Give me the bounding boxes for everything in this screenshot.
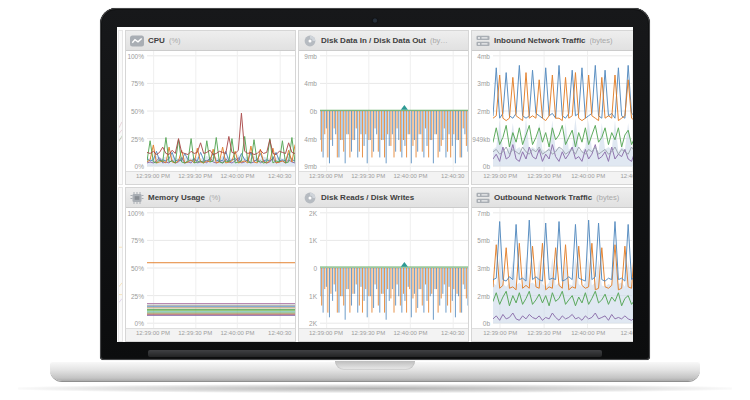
y-axis-labels: 7mb5mb3mb2mb0b [472,208,493,328]
y-tick-label: 100% [127,209,144,216]
x-axis-labels: 12:39:00 PM12:39:30 PM12:40:00 PM12:40:3… [299,171,468,184]
y-tick-label: 75% [131,80,144,87]
x-axis-labels: 12:39:00 PM12:39:30 PM12:40:00 PM12:40:3… [126,328,295,341]
x-tick-label: 12:39:00 PM [136,330,170,336]
laptop-base-notch [335,361,415,370]
y-tick-label: 7mb [477,209,490,216]
y-tick-label: 0 [313,265,317,272]
y-tick-label: 75% [131,237,144,244]
chart-header: Outbound Network Traffic (bytes) [472,188,633,208]
x-tick-label: 12:39:00 PM [309,173,343,179]
y-tick-label: 1K [309,292,317,299]
disk-icon [303,192,317,204]
laptop-shadow [18,384,732,393]
chart-panel-outbound[interactable]: Outbound Network Traffic (bytes) 7mb5mb3… [471,187,633,342]
clipped-chart-sliver [118,187,123,342]
chart-plot[interactable] [320,51,468,171]
x-tick-label: 12:39:30 PM [351,330,385,336]
chart-panel-disk-rw[interactable]: Disk Reads / Disk Writes 2K1K01K2K 12:39… [298,187,469,342]
y-tick-label: 50% [131,265,144,272]
x-tick-label: 12:40:30 [268,330,291,336]
y-axis-labels: 9mb4mb0b4mb9mb [299,51,320,171]
y-tick-label: 5mb [477,237,490,244]
chart-unit: (%) [169,36,291,45]
x-tick-label: 12:40:00 PM [394,330,428,336]
monitoring-dashboard: CPU (%) 100%75%50%25%0% 12:39:00 PM12:39… [117,27,633,342]
y-tick-label: 2mb [477,108,490,115]
y-tick-label: 25% [131,292,144,299]
y-tick-label: 50% [131,108,144,115]
y-tick-label: 100% [127,52,144,59]
chart-panel-memory[interactable]: Memory Usage (%) 100%75%50%25%0% 12:39:0… [125,187,296,342]
y-tick-label: 2K [309,320,317,327]
x-tick-label: 12:39:00 PM [483,173,517,179]
disk-icon [303,35,317,47]
chart-panel-inbound[interactable]: Inbound Network Traffic (bytes) 4mb3mb2m… [471,30,633,185]
y-tick-label: 25% [131,135,144,142]
chart-title: Inbound Network Traffic [494,36,586,45]
y-tick-label: 0% [135,320,144,327]
x-tick-label: 12:39:30 PM [527,330,561,336]
y-axis-labels: 100%75%50%25%0% [126,208,147,328]
y-tick-label: 0% [135,163,144,170]
memory-icon [130,192,144,204]
dashboard-row-top: CPU (%) 100%75%50%25%0% 12:39:00 PM12:39… [118,30,633,185]
plot-area: 100%75%50%25%0% [126,51,295,171]
laptop-screen-bezel: CPU (%) 100%75%50%25%0% 12:39:00 PM12:39… [100,8,650,360]
dashboard-row-bottom: Memory Usage (%) 100%75%50%25%0% 12:39:0… [118,187,633,342]
chart-title: Disk Reads / Disk Writes [321,193,414,202]
x-tick-label: 12:40:30 [268,173,291,179]
annotation-marker [401,105,408,110]
y-tick-label: 4mb [304,80,317,87]
y-tick-label: 3mb [477,80,490,87]
x-tick-label: 12:40:30 [620,173,633,179]
plot-area: 7mb5mb3mb2mb0b [472,208,633,328]
laptop-hinge [148,350,602,357]
y-tick-label: 4mb [477,52,490,59]
chart-panel-cpu[interactable]: CPU (%) 100%75%50%25%0% 12:39:00 PM12:39… [125,30,296,185]
x-tick-label: 12:40:30 [441,330,464,336]
y-tick-label: 2mb [477,292,490,299]
chart-plot[interactable] [147,51,295,171]
y-axis-labels: 2K1K01K2K [299,208,320,328]
x-tick-label: 12:39:30 PM [178,173,212,179]
chart-title: Disk Data In / Disk Data Out [321,36,426,45]
clipped-chart-sliver [118,30,123,185]
x-tick-label: 12:40:00 PM [394,173,428,179]
plot-area: 100%75%50%25%0% [126,208,295,328]
chart-panel-disk-data[interactable]: Disk Data In / Disk Data Out (by… 9mb4mb… [298,30,469,185]
chart-title: Outbound Network Traffic [494,193,592,202]
y-tick-label: 0b [483,320,490,327]
y-tick-label: 2K [309,209,317,216]
chart-plot[interactable] [493,208,633,328]
chart-header: Disk Reads / Disk Writes [299,188,468,208]
y-tick-label: 0b [483,163,490,170]
annotation-marker [401,262,408,267]
x-tick-label: 12:40:00 PM [221,173,255,179]
x-tick-label: 12:40:00 PM [571,330,605,336]
chart-unit: (bytes) [596,193,633,202]
network-icon [476,192,490,204]
x-tick-label: 12:40:00 PM [221,330,255,336]
chart-plot[interactable] [147,208,295,328]
x-tick-label: 12:40:30 [441,173,464,179]
chart-header: Memory Usage (%) [126,188,295,208]
y-tick-label: 0b [310,108,317,115]
laptop-mockup: CPU (%) 100%75%50%25%0% 12:39:00 PM12:39… [0,0,750,400]
chart-unit: (by… [430,36,464,45]
y-tick-label: 1K [309,237,317,244]
chart-plot[interactable] [493,51,633,171]
chart-plot[interactable] [320,208,468,328]
x-tick-label: 12:39:00 PM [136,173,170,179]
x-tick-label: 12:40:30 [620,330,633,336]
x-tick-label: 12:39:00 PM [309,330,343,336]
x-axis-labels: 12:39:00 PM12:39:30 PM12:40:00 PM12:40:3… [299,328,468,341]
plot-area: 4mb3mb2mb949kb0b [472,51,633,171]
chart-header: Inbound Network Traffic (bytes) [472,31,633,51]
line-chart-icon [130,35,144,47]
x-tick-label: 12:39:30 PM [527,173,561,179]
x-axis-labels: 12:39:00 PM12:39:30 PM12:40:00 PM12:40:3… [472,171,633,184]
y-tick-label: 949kb [472,135,490,142]
y-tick-label: 3mb [477,265,490,272]
chart-unit: (%) [209,193,291,202]
